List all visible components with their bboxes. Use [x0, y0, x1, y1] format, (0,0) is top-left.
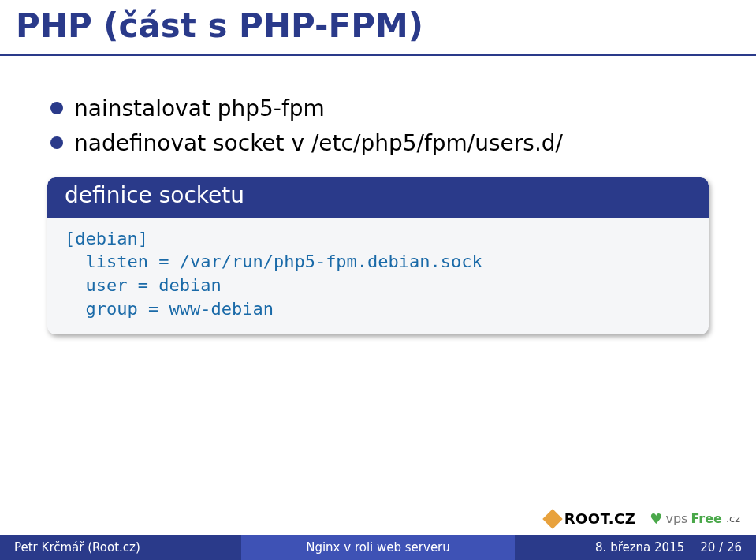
vpsfree-logo: ♥ vpsFree.cz: [650, 510, 740, 527]
footer-date: 8. března 2015: [595, 540, 684, 554]
code-block-body: [debian] listen = /var/run/php5-fpm.debi…: [47, 218, 709, 335]
slide-content: nainstalovat php5-fpm nadefinovat socket…: [0, 56, 756, 334]
footer-title-section: Nginx v roli web serveru: [241, 535, 514, 560]
footer-author-section: Petr Krčmář (Root.cz): [0, 535, 241, 560]
bullet-item: nadefinovat socket v /etc/php5/fpm/users…: [50, 129, 724, 159]
heart-icon: ♥: [650, 510, 662, 527]
footer-meta-section: 8. března 2015 20 / 26: [515, 535, 756, 560]
vpsfree-vps: vps: [665, 511, 687, 526]
footer-presentation-title: Nginx v roli web serveru: [306, 540, 450, 554]
logo-bar: ROOT.CZ ♥ vpsFree.cz: [546, 510, 740, 527]
bullet-list: nainstalovat php5-fpm nadefinovat socket…: [50, 94, 724, 159]
code-block-header: definice socketu: [47, 177, 709, 218]
title-bar: PHP (část s PHP-FPM): [0, 0, 756, 56]
footer-author: Petr Krčmář (Root.cz): [14, 540, 140, 554]
bullet-item: nainstalovat php5-fpm: [50, 94, 724, 124]
footer-bar: Petr Krčmář (Root.cz) Nginx v roli web s…: [0, 535, 756, 560]
vpsfree-cz: .cz: [726, 513, 740, 525]
rootcz-text: ROOT.CZ: [564, 510, 636, 527]
vpsfree-free: Free: [691, 511, 722, 526]
footer-page: 20 / 26: [700, 540, 742, 554]
slide: PHP (část s PHP-FPM) nainstalovat php5-f…: [0, 0, 756, 560]
code-block: definice socketu [debian] listen = /var/…: [47, 177, 709, 335]
slide-title: PHP (část s PHP-FPM): [16, 6, 740, 45]
rootcz-logo: ROOT.CZ: [546, 510, 636, 527]
diamond-icon: [542, 509, 562, 528]
